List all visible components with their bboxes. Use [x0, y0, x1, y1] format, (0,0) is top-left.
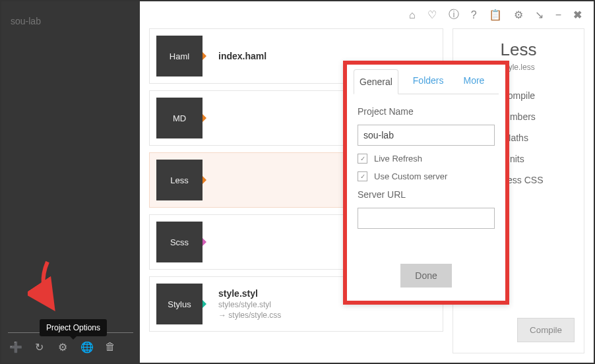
info-icon[interactable]: ⓘ	[449, 8, 459, 22]
file-badge: Haml	[156, 36, 203, 76]
file-output: → styles/style.css	[218, 311, 433, 320]
compile-button[interactable]: Compile	[517, 318, 575, 342]
clipboard-icon[interactable]: 📋	[489, 9, 502, 21]
checkbox-live-refresh[interactable]: ✓	[358, 154, 367, 164]
plus-icon[interactable]: ➕	[9, 341, 21, 353]
custom-server-label: Use Custom server	[374, 171, 447, 181]
checkbox-custom-server[interactable]: ✓	[358, 171, 367, 181]
trash-icon[interactable]: 🗑	[104, 341, 116, 353]
globe-icon[interactable]: 🌐	[80, 341, 92, 353]
heart-icon[interactable]: ♡	[427, 9, 437, 21]
home-icon[interactable]: ⌂	[409, 9, 416, 21]
file-badge: MD	[156, 98, 203, 138]
project-name-input[interactable]	[358, 125, 495, 146]
close-icon[interactable]: ✖	[573, 9, 582, 21]
gear-icon[interactable]: ⚙	[514, 9, 523, 21]
file-title: index.haml	[218, 51, 433, 61]
live-refresh-label: Live Refresh	[374, 154, 422, 164]
server-url-input[interactable]	[358, 208, 495, 229]
dialog-tabs: General Folders More	[347, 65, 505, 94]
tab-folders[interactable]: Folders	[408, 69, 449, 94]
file-badge: Scss	[156, 222, 203, 262]
tab-general[interactable]: General	[354, 69, 398, 94]
done-button[interactable]: Done	[400, 264, 451, 288]
refresh-icon[interactable]: ↻	[33, 341, 45, 353]
help-icon[interactable]: ?	[471, 9, 477, 21]
server-url-label: Server URL	[358, 189, 495, 200]
gear-icon[interactable]: ⚙	[57, 341, 69, 353]
panel-title: Less	[462, 40, 575, 60]
sidebar: sou-lab Project Options ➕ ↻ ⚙ 🌐 🗑	[1, 1, 140, 363]
tab-more[interactable]: More	[458, 69, 490, 94]
file-badge: Less	[156, 160, 203, 200]
main-area: ⌂ ♡ ⓘ ? 📋 ⚙ ↘ − ✖ Haml index.haml MD	[140, 1, 594, 363]
minimize-icon[interactable]: −	[555, 9, 561, 21]
project-name-label: Project Name	[358, 106, 495, 117]
expand-arrow-icon[interactable]: ↘	[535, 9, 544, 21]
sidebar-dimmer	[1, 1, 140, 363]
project-settings-dialog: General Folders More Project Name ✓Live …	[343, 61, 509, 305]
tooltip-project-options: Project Options	[40, 319, 107, 336]
file-badge: Stylus	[156, 284, 203, 324]
topbar: ⌂ ♡ ⓘ ? 📋 ⚙ ↘ − ✖	[140, 1, 594, 28]
